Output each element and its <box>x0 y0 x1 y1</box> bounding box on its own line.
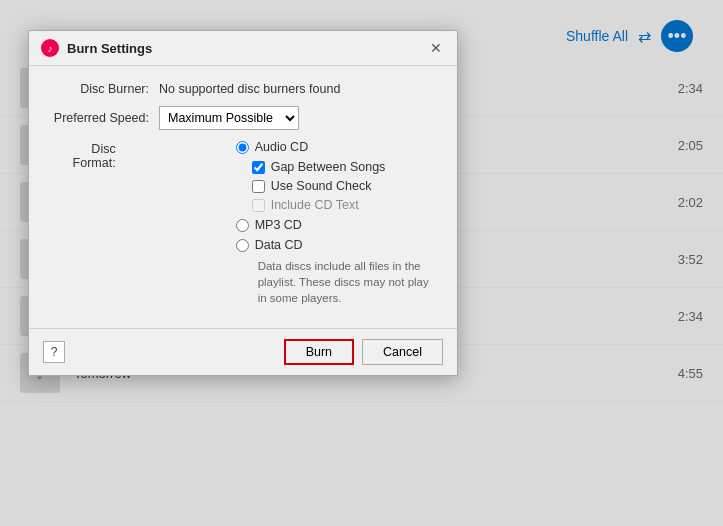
gap-between-songs-label[interactable]: Gap Between Songs <box>271 160 386 174</box>
footer-buttons: Burn Cancel <box>284 339 443 365</box>
disc-burner-value: No supported disc burners found <box>159 82 340 96</box>
preferred-speed-label: Preferred Speed: <box>49 111 159 125</box>
data-cd-radio[interactable] <box>236 239 249 252</box>
dialog-footer: ? Burn Cancel <box>29 328 457 375</box>
audio-cd-label[interactable]: Audio CD <box>255 140 309 154</box>
dialog-title-left: ♪ Burn Settings <box>41 39 152 57</box>
help-button[interactable]: ? <box>43 341 65 363</box>
disc-burner-row: Disc Burner: No supported disc burners f… <box>49 82 437 96</box>
data-cd-label[interactable]: Data CD <box>255 238 303 252</box>
dialog-title: Burn Settings <box>67 41 152 56</box>
cancel-button[interactable]: Cancel <box>362 339 443 365</box>
mp3-cd-radio[interactable] <box>236 219 249 232</box>
data-cd-note: Data discs include all files in the play… <box>258 258 437 306</box>
data-cd-option: Data CD <box>236 238 437 252</box>
use-sound-check-label[interactable]: Use Sound Check <box>271 179 372 193</box>
audio-cd-radio[interactable] <box>236 141 249 154</box>
audio-cd-options: Gap Between Songs Use Sound Check Includ… <box>252 160 437 212</box>
burn-button[interactable]: Burn <box>284 339 354 365</box>
dialog-body: Disc Burner: No supported disc burners f… <box>29 66 457 328</box>
include-cd-text-checkbox[interactable] <box>252 199 265 212</box>
gap-between-songs-row: Gap Between Songs <box>252 160 437 174</box>
include-cd-text-label: Include CD Text <box>271 198 359 212</box>
include-cd-text-row: Include CD Text <box>252 198 437 212</box>
close-button[interactable]: ✕ <box>427 39 445 57</box>
disc-format-section: Audio CD Gap Between Songs Use Sound Che… <box>236 140 437 306</box>
disc-format-label: Disc Format: <box>49 140 126 170</box>
preferred-speed-row: Preferred Speed: Maximum Possible 1x 2x … <box>49 106 437 130</box>
svg-text:♪: ♪ <box>48 43 53 54</box>
mp3-cd-label[interactable]: MP3 CD <box>255 218 302 232</box>
preferred-speed-select[interactable]: Maximum Possible 1x 2x 4x <box>159 106 299 130</box>
audio-cd-option: Audio CD <box>236 140 437 154</box>
use-sound-check-row: Use Sound Check <box>252 179 437 193</box>
disc-burner-label: Disc Burner: <box>49 82 159 96</box>
itunes-icon: ♪ <box>41 39 59 57</box>
disc-format-row: Disc Format: Audio CD Gap Between Songs … <box>49 140 437 306</box>
dialog-titlebar: ♪ Burn Settings ✕ <box>29 31 457 66</box>
use-sound-check-checkbox[interactable] <box>252 180 265 193</box>
mp3-cd-option: MP3 CD <box>236 218 437 232</box>
burn-settings-dialog: ♪ Burn Settings ✕ Disc Burner: No suppor… <box>28 30 458 376</box>
gap-between-songs-checkbox[interactable] <box>252 161 265 174</box>
